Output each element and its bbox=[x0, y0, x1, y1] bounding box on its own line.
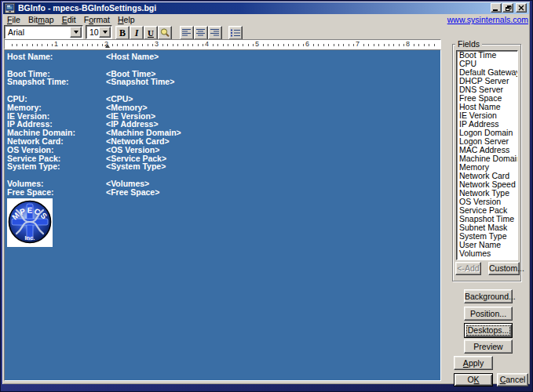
editor-line: OS Version:<OS Version> bbox=[7, 145, 440, 154]
background-button[interactable]: Background... bbox=[464, 289, 513, 303]
ruler-number: 5 bbox=[254, 40, 261, 49]
ruler[interactable]: 12345678 bbox=[4, 39, 441, 49]
editor-line: Machine Domain:<Machine Domain> bbox=[7, 128, 440, 136]
align-center-icon bbox=[196, 29, 206, 37]
font-size-combobox[interactable]: 10 bbox=[86, 25, 112, 39]
editor-line bbox=[7, 85, 440, 94]
fields-group-title: Fields bbox=[455, 39, 482, 49]
ruler-ticks bbox=[12, 44, 438, 46]
editor-line: CPU:<CPU> bbox=[7, 94, 440, 103]
preview-button[interactable]: Preview bbox=[464, 339, 513, 354]
bold-button[interactable]: B bbox=[115, 26, 130, 40]
align-left-icon bbox=[182, 29, 192, 37]
custom-button[interactable]: Custom... bbox=[488, 262, 520, 275]
editor-canvas[interactable]: Host Name:<Host Name> Boot Time:<Boot Ti… bbox=[4, 49, 441, 381]
editor-line: Free Space:<Free Space> bbox=[7, 187, 440, 196]
italic-icon: I bbox=[135, 28, 139, 38]
ruler-number: 4 bbox=[203, 40, 210, 49]
align-left-button[interactable] bbox=[180, 26, 194, 40]
cancel-button[interactable]: Cancel bbox=[497, 373, 528, 387]
apply-button[interactable]: Apply bbox=[454, 356, 493, 370]
font-family-value: Arial bbox=[8, 27, 24, 38]
ruler-number: 7 bbox=[354, 40, 361, 49]
titlebar[interactable]: BGInfo - mpecs-BGInfoSettings.bgi bbox=[3, 2, 529, 14]
desktops-button[interactable]: Desktops... bbox=[464, 323, 513, 338]
ruler-number: 1 bbox=[53, 40, 60, 49]
underline-icon: U bbox=[148, 28, 154, 38]
ruler-number: 6 bbox=[304, 40, 311, 49]
menu-item[interactable]: File bbox=[3, 15, 24, 24]
minimize-icon[interactable] bbox=[491, 3, 502, 13]
close-icon[interactable] bbox=[516, 3, 527, 13]
menu-item[interactable]: Help bbox=[114, 15, 139, 24]
editor-line: Network Card:<Network Card> bbox=[7, 136, 440, 145]
add-button[interactable]: <-Add bbox=[455, 262, 481, 275]
menu-item[interactable]: Format bbox=[80, 15, 114, 24]
sysinternals-link[interactable]: www.sysinternals.com bbox=[447, 14, 528, 25]
ok-button[interactable]: OK bbox=[454, 373, 493, 387]
window-controls bbox=[490, 3, 527, 13]
align-right-icon bbox=[210, 29, 220, 37]
chevron-down-icon[interactable] bbox=[70, 27, 82, 38]
menu-item[interactable]: Bitmap bbox=[24, 15, 58, 24]
editor-line: Memory:<Memory> bbox=[7, 103, 440, 111]
editor-line: Snapshot Time:<Snapshot Time> bbox=[7, 77, 440, 85]
logo-bottom-text: Inc. bbox=[25, 234, 35, 241]
italic-button[interactable]: I bbox=[130, 26, 144, 40]
font-family-combobox[interactable]: Arial bbox=[4, 25, 83, 39]
tab-stop-marker[interactable] bbox=[105, 44, 110, 48]
ruler-number: 3 bbox=[153, 40, 160, 49]
editor-line: Volumes:<Volumes> bbox=[7, 179, 440, 187]
window-title: BGInfo - mpecs-BGInfoSettings.bgi bbox=[18, 2, 156, 14]
bullet-list-icon bbox=[231, 29, 240, 37]
editor-line: Service Pack:<Service Pack> bbox=[7, 154, 440, 162]
underline-button[interactable]: U bbox=[144, 26, 158, 40]
align-center-button[interactable] bbox=[194, 26, 208, 40]
editor-lines: Host Name:<Host Name> Boot Time:<Boot Ti… bbox=[7, 52, 440, 196]
fields-groupbox: Fields Boot TimeCPUDefault GatewayDHCP S… bbox=[452, 44, 521, 281]
editor-line: IP Address:<IP Address> bbox=[7, 119, 440, 128]
align-right-button[interactable] bbox=[208, 26, 222, 40]
fields-listbox[interactable]: Boot TimeCPUDefault GatewayDHCP ServerDN… bbox=[456, 50, 518, 260]
position-button[interactable]: Position... bbox=[464, 307, 513, 321]
bullet-list-button[interactable] bbox=[228, 26, 243, 40]
bginfo-window: BGInfo - mpecs-BGInfoSettings.bgi File B… bbox=[0, 0, 533, 392]
zoom-icon bbox=[159, 27, 170, 38]
bold-icon: B bbox=[119, 28, 126, 38]
chevron-down-icon[interactable] bbox=[99, 27, 111, 38]
field-list-item[interactable]: Volumes bbox=[457, 249, 517, 258]
editor-line: Host Name:<Host Name> bbox=[7, 52, 440, 60]
editor-line bbox=[7, 60, 440, 69]
bginfo-app-icon bbox=[5, 3, 15, 13]
font-size-value: 10 bbox=[89, 27, 99, 38]
editor-line: IE Version:<IE Version> bbox=[7, 111, 440, 120]
menu-item[interactable]: Edit bbox=[58, 15, 80, 24]
restore-icon[interactable] bbox=[502, 3, 513, 13]
editor-line: System Type:<System Type> bbox=[7, 162, 440, 170]
mpecs-logo[interactable]: MPECS Inc. bbox=[7, 198, 53, 247]
ruler-number: 8 bbox=[404, 40, 411, 49]
zoom-button[interactable] bbox=[158, 26, 172, 40]
editor-line: Boot Time:<Boot Time> bbox=[7, 69, 440, 78]
editor-line bbox=[7, 170, 440, 179]
